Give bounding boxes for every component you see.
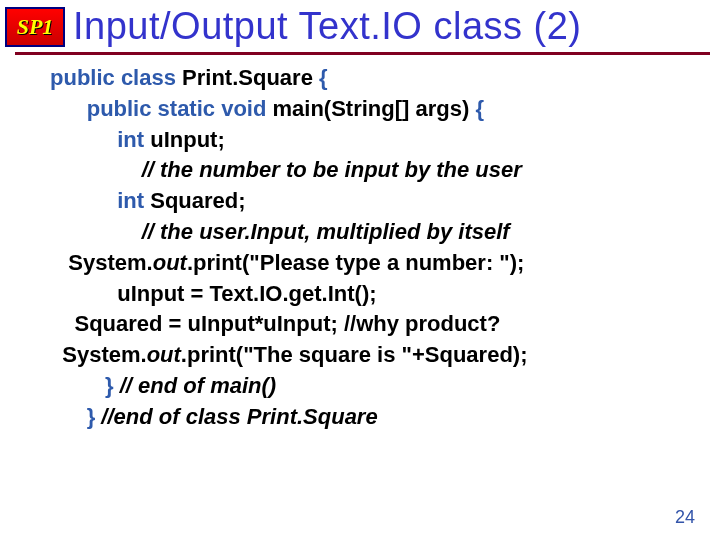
brace: { [475,96,484,121]
code-text: Squared = uInput*uInput; //why product? [74,311,500,336]
code-line: // the user.Input, multiplied by itself [50,217,700,248]
code-line: System.out.print("The square is "+Square… [50,340,700,371]
comment: //end of class Print.Square [95,404,377,429]
code-line: int Squared; [50,186,700,217]
code-text: uInput = Text.IO.get.Int(); [117,281,376,306]
keyword: int [117,127,144,152]
slide-title: Input/Output Text.IO class (2) [73,5,582,48]
keyword: public class [50,65,176,90]
brace: } [87,404,96,429]
code-line: int uInput; [50,125,700,156]
keyword: int [117,188,144,213]
keyword: public static void [87,96,267,121]
code-line: } // end of main() [50,371,700,402]
brace: { [319,65,328,90]
comment: // the user.Input, multiplied by itself [142,219,510,244]
code-text: print [187,342,236,367]
code-text: out [153,250,187,275]
slide-header: SP1 Input/Output Text.IO class (2) [0,0,720,48]
brace: } [105,373,114,398]
logo-badge: SP1 [5,7,65,47]
code-line: Squared = uInput*uInput; //why product? [50,309,700,340]
code-line: // the number to be input by the user [50,155,700,186]
code-text: uInput; [144,127,225,152]
comment: // the number to be input by the user [142,157,522,182]
comment: // end of main() [114,373,277,398]
code-text: print [193,250,242,275]
code-line: } //end of class Print.Square [50,402,700,433]
code-text: System. [62,342,146,367]
code-text: Squared; [144,188,245,213]
code-text: System. [68,250,152,275]
code-text: main [266,96,323,121]
title-divider [15,52,710,55]
code-text: ("The square is "+Squared); [236,342,528,367]
code-block: public class Print.Square { public stati… [0,63,720,433]
page-number: 24 [675,507,695,528]
code-line: uInput = Text.IO.get.Int(); [50,279,700,310]
code-text: ("Please type a number: "); [242,250,525,275]
code-text: (String[] args) [324,96,476,121]
code-text: Print.Square [176,65,319,90]
code-line: System.out.print("Please type a number: … [50,248,700,279]
code-text: out [147,342,181,367]
code-line: public static void main(String[] args) { [50,94,700,125]
code-line: public class Print.Square { [50,63,700,94]
